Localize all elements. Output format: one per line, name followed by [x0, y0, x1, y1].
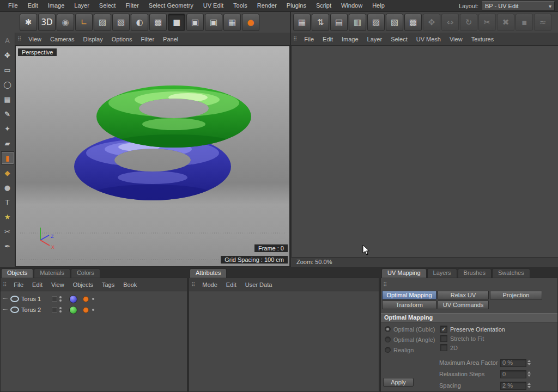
paint-setup-wizard-icon[interactable]: ✱	[20, 14, 37, 31]
magnify-tool[interactable]: ◯	[1, 78, 14, 91]
panel-drag-handle-icon[interactable]	[293, 36, 297, 42]
uv-sew-icon[interactable]: ✖	[497, 14, 514, 31]
objects-menu-item[interactable]: File	[9, 281, 28, 288]
checkbox-2d[interactable]: 2D	[440, 344, 556, 351]
panel-drag-handle-icon[interactable]	[3, 281, 7, 287]
uv-checker-icon[interactable]: ▨	[367, 14, 385, 31]
uv-grid-icon[interactable]: ▦	[293, 14, 311, 31]
tab-uv-mapping[interactable]: UV Mapping	[381, 268, 427, 278]
uv-scale-icon[interactable]: ⇔	[441, 14, 459, 31]
menubar-item[interactable]: File	[3, 0, 23, 11]
uv-cut-icon[interactable]: ✂	[478, 14, 496, 31]
menubar-item[interactable]: Select Geometry	[144, 0, 198, 11]
cube-pattern-icon[interactable]: ▦	[223, 14, 241, 31]
viewport-menu-item[interactable]: Options	[107, 36, 137, 42]
uv-move-icon[interactable]: ✥	[423, 14, 440, 31]
uv-menu-item[interactable]: Layer	[363, 36, 387, 42]
3d-scene[interactable]: Z X	[16, 46, 289, 266]
paint-bucket-tool[interactable]: ◆	[1, 166, 14, 179]
menubar-item[interactable]: Filter	[120, 0, 143, 11]
uv-updown-icon[interactable]: ⇅	[312, 14, 329, 31]
cube-icon[interactable]: ▣	[186, 14, 204, 31]
tab-colors[interactable]: Colors	[71, 268, 100, 278]
menubar-item[interactable]: UV Edit	[198, 0, 228, 11]
object-name[interactable]: Torus 1	[21, 296, 50, 302]
objects-menu-item[interactable]: Book	[119, 281, 141, 288]
viewport-menu-item[interactable]: Display	[79, 36, 107, 42]
objects-menu-item[interactable]: Tags	[98, 281, 119, 288]
clone-stamp-tool[interactable]: ✦	[1, 122, 14, 135]
radio-optimal-cubic[interactable]: Optimal (Cubic)	[385, 326, 439, 333]
texture-dice-icon[interactable]: ▨	[94, 14, 111, 31]
menubar-item[interactable]: Plugins	[282, 0, 311, 11]
star-shape-tool[interactable]: ★	[1, 210, 14, 223]
attributes-menu-item[interactable]: Mode	[198, 281, 222, 288]
viewport-menu-item[interactable]: Cameras	[46, 36, 79, 42]
viewport-menu-item[interactable]: Panel	[159, 36, 183, 42]
layer-toggle[interactable]	[52, 296, 57, 302]
layout-dropdown[interactable]: BP - UV Edit	[482, 1, 555, 11]
menubar-item[interactable]: Tools	[228, 0, 252, 11]
tab-objects[interactable]: Objects	[1, 268, 33, 278]
pen-tool[interactable]: ✒	[1, 240, 14, 253]
menubar-item[interactable]: Layer	[69, 0, 94, 11]
menubar-item[interactable]: Edit	[23, 0, 43, 11]
value-stepper[interactable]	[527, 360, 531, 365]
field-value-input[interactable]: 0 %	[500, 359, 526, 367]
radio-optimal-angle[interactable]: Optimal (Angle)	[385, 336, 439, 343]
material-swatch[interactable]	[69, 306, 77, 314]
texture-tag-icon[interactable]	[83, 307, 89, 313]
menubar-item[interactable]: Help	[367, 0, 390, 11]
uv-grid-2-icon[interactable]: ▤	[330, 14, 348, 31]
menubar-item[interactable]: Window	[336, 0, 367, 11]
viewport-canvas[interactable]: Z X Perspective Frame : 0 Grid Spacing :…	[15, 46, 290, 267]
objects-menu-item[interactable]: View	[47, 281, 69, 288]
objects-menu-item[interactable]: Edit	[28, 281, 47, 288]
alpha-tool[interactable]: A	[1, 34, 14, 47]
object-name[interactable]: Torus 2	[21, 307, 50, 313]
menubar-item[interactable]: Render	[252, 0, 282, 11]
paintbrush-tool[interactable]: ✎	[1, 107, 14, 120]
attributes-menu-item[interactable]: Edit	[222, 281, 241, 288]
checkbox-stretch-to-fit[interactable]: Stretch to Fit	[440, 335, 556, 342]
viewport-menu-item[interactable]: View	[24, 36, 46, 42]
eraser-tool[interactable]: ▰	[1, 137, 14, 150]
uv-menu-item[interactable]: File	[300, 36, 318, 42]
uv-menu-item[interactable]: Textures	[467, 36, 499, 42]
color-dropper-tool[interactable]: ●	[1, 181, 14, 194]
value-stepper[interactable]	[527, 383, 531, 388]
uv-checker-2-icon[interactable]: ▧	[386, 14, 403, 31]
menubar-item[interactable]: Select	[94, 0, 121, 11]
tab-layers[interactable]: Layers	[427, 268, 457, 278]
texture-tag-icon[interactable]	[83, 296, 89, 302]
transform-button[interactable]: Transform	[382, 301, 436, 309]
uv-canvas[interactable]	[291, 46, 558, 257]
uv-relax-icon[interactable]: ≈	[534, 14, 551, 31]
visibility-dots[interactable]	[59, 307, 62, 313]
panel-drag-handle-icon[interactable]	[191, 281, 195, 287]
menubar-item[interactable]: Script	[311, 0, 336, 11]
optimal-mapping-button[interactable]: Optimal Mapping	[382, 291, 436, 299]
uv-menu-item[interactable]: View	[445, 36, 467, 42]
texture-dice-2-icon[interactable]: ▧	[112, 14, 130, 31]
viewport-menu-item[interactable]: Filter	[137, 36, 159, 42]
tab-swatches[interactable]: Swatches	[492, 268, 530, 278]
uv-menu-item[interactable]: Image	[337, 36, 363, 42]
checker-sphere-icon[interactable]: ◐	[131, 14, 148, 31]
attributes-menu-item[interactable]: User Data	[241, 281, 277, 288]
pattern-stamp-tool[interactable]: ▦	[1, 93, 14, 106]
tab-materials[interactable]: Materials	[34, 268, 70, 278]
objects-menu-item[interactable]: Objects	[69, 281, 98, 288]
move-tool[interactable]: ✥	[1, 48, 14, 62]
knife-tool[interactable]: ✂	[1, 225, 14, 238]
fill-rect-tool[interactable]: ▮	[1, 151, 14, 164]
layer-toggle[interactable]	[52, 307, 57, 313]
marquee-select-tool[interactable]: ▭	[1, 63, 14, 76]
panel-drag-handle-icon[interactable]	[17, 36, 21, 42]
ruler-icon[interactable]: ∟	[75, 14, 93, 31]
uv-menu-item[interactable]: Select	[386, 36, 412, 42]
panel-drag-handle-icon[interactable]	[383, 281, 387, 287]
cube-solid-icon[interactable]: ■	[168, 14, 185, 31]
uv-menu-item[interactable]: UV Mesh	[412, 36, 445, 42]
projection-painting-icon[interactable]: ◉	[57, 14, 74, 31]
